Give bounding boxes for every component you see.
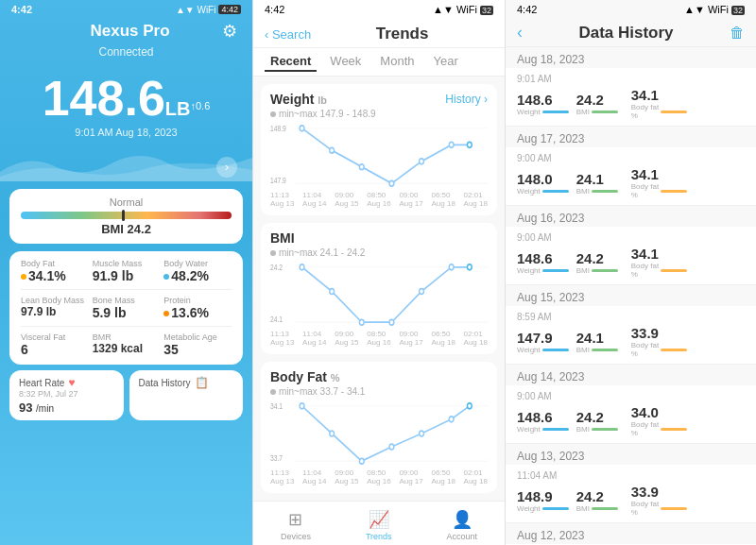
- metrics-card: Body Fat 34.1% Muscle Mass 91.9 lb Body …: [9, 251, 243, 365]
- bmi-chart-title: BMI: [270, 230, 295, 246]
- weight-value: 148.6: [43, 71, 165, 126]
- svg-text:148.9: 148.9: [270, 125, 286, 134]
- history-content: Aug 18, 2023 9:01 AM 148.6 Weight 24.2 B…: [506, 47, 756, 545]
- metric-bmr: BMR 1329 kcal: [93, 332, 161, 357]
- svg-text:34.1: 34.1: [270, 402, 283, 412]
- status-bar-1: 4:42 ▲▼ WiFi 4:42: [0, 0, 252, 19]
- date-aug13: Aug 13, 2023: [506, 444, 756, 465]
- status-icons-2: ▲▼ WiFi 32: [433, 4, 493, 15]
- metric-body-water: Body Water 48.2%: [163, 259, 232, 283]
- svg-point-28: [359, 458, 364, 464]
- svg-point-29: [389, 444, 394, 450]
- heart-rate-value: 93 /min: [19, 400, 114, 415]
- metrics-grid: Body Fat 34.1% Muscle Mass 91.9 lb Body …: [21, 259, 232, 357]
- metric-protein: Protein 13.6%: [163, 296, 232, 320]
- trends-panel: 4:42 ▲▼ WiFi 32 ‹ Search Trends Recent W…: [252, 0, 505, 545]
- data-history-panel: 4:42 ▲▼ WiFi 32 ‹ Data History 🗑 Aug 18,…: [505, 0, 756, 545]
- tab-month[interactable]: Month: [374, 52, 420, 72]
- nav-devices-label: Devices: [281, 532, 311, 541]
- time-2: 4:42: [265, 4, 284, 15]
- body-fat-chart-area: 34.1 33.7: [270, 400, 488, 467]
- weight-metric: 148.6 Weight: [517, 92, 569, 116]
- bmi-metric: 24.2 BMI: [576, 92, 624, 116]
- date-aug12: Aug 12, 2023: [506, 523, 756, 544]
- svg-point-32: [467, 403, 472, 409]
- svg-point-27: [330, 431, 335, 436]
- record-aug17-1[interactable]: 9:00 AM 148.0Weight 24.1BMI 34.1Body fat…: [506, 147, 756, 206]
- heart-rate-card[interactable]: Heart Rate ♥ 8:32 PM, Jul 27 93 /min: [9, 370, 124, 420]
- date-aug18: Aug 18, 2023: [506, 47, 756, 68]
- wave-area: ›: [0, 144, 252, 181]
- bmi-card: Normal BMI 24.2: [9, 189, 243, 244]
- history-icon: 📋: [195, 376, 209, 389]
- devices-icon: ⊞: [288, 509, 302, 530]
- svg-point-18: [389, 319, 394, 325]
- bmi-chart-area: 24.2 24.1: [270, 262, 488, 328]
- metric-muscle-mass: Muscle Mass 91.9 lb: [93, 259, 161, 283]
- bottom-cards: Heart Rate ♥ 8:32 PM, Jul 27 93 /min Dat…: [9, 370, 243, 420]
- svg-point-31: [449, 417, 454, 422]
- metric-metabolic-age: Metabolic Age 35: [163, 332, 232, 357]
- weight-chart-labels: 11:13Aug 13 11:04Aug 14 09:00Aug 15 08:5…: [270, 191, 488, 208]
- record-aug13-1[interactable]: 11:04 AM 148.9Weight 24.2BMI 33.9Body fa…: [506, 465, 756, 523]
- bottom-nav: ⊞ Devices 📈 Trends 👤 Account: [253, 501, 505, 545]
- svg-text:147.9: 147.9: [270, 177, 286, 186]
- svg-text:24.2: 24.2: [270, 264, 283, 273]
- record-aug15-1[interactable]: 8:59 AM 147.9Weight 24.1BMI 33.9Body fat…: [506, 306, 756, 365]
- weight-delta: ↑0.6: [191, 100, 211, 111]
- settings-button[interactable]: ⚙: [222, 21, 237, 42]
- nav-trends[interactable]: 📈 Trends: [366, 509, 392, 541]
- weight-chart-range: min~max 147.9 - 148.9: [270, 109, 488, 119]
- device-panel: 4:42 ▲▼ WiFi 4:42 Nexus Pro ⚙ Connected …: [0, 0, 252, 545]
- time-3: 4:42: [517, 4, 537, 15]
- device-title: Nexus Pro: [38, 22, 222, 41]
- status-icons-3: ▲▼ WiFi 32: [684, 4, 745, 15]
- heart-rate-time: 8:32 PM, Jul 27: [19, 389, 114, 399]
- svg-point-4: [300, 126, 304, 131]
- svg-point-21: [467, 264, 472, 270]
- svg-text:33.7: 33.7: [270, 454, 283, 464]
- body-fat-chart-title: Body Fat %: [270, 369, 340, 384]
- device-header: Nexus Pro ⚙: [0, 19, 252, 45]
- bmi-value: BMI 24.2: [21, 222, 232, 236]
- search-back-button[interactable]: ‹ Search: [265, 27, 311, 42]
- svg-point-9: [449, 142, 454, 147]
- delete-button[interactable]: 🗑: [730, 25, 745, 42]
- svg-text:24.1: 24.1: [270, 315, 283, 325]
- time-1: 4:42: [11, 4, 32, 15]
- nav-devices[interactable]: ⊞ Devices: [281, 509, 311, 541]
- record-aug18-1[interactable]: 9:01 AM 148.6 Weight 24.2 BMI 34.1 Body …: [506, 68, 756, 127]
- data-history-card[interactable]: Data History 📋: [129, 370, 244, 420]
- record-aug16-1[interactable]: 9:00 AM 148.6Weight 24.2BMI 34.1Body fat…: [506, 227, 756, 285]
- svg-point-26: [300, 403, 304, 409]
- tab-year[interactable]: Year: [428, 52, 464, 72]
- status-icons-1: ▲▼ WiFi 4:42: [176, 5, 241, 15]
- nav-trends-label: Trends: [366, 532, 392, 541]
- svg-point-10: [467, 142, 472, 147]
- body-fat-chart-range: min~max 33.7 - 34.1: [270, 386, 488, 397]
- body-fat-chart-section: Body Fat % min~max 33.7 - 34.1 34.1 33.7: [261, 362, 497, 493]
- tab-week[interactable]: Week: [324, 52, 367, 72]
- heart-icon: ♥: [68, 376, 75, 389]
- trends-content: Weight lb History › min~max 147.9 - 148.…: [253, 77, 505, 501]
- history-nav: ‹ Data History 🗑: [506, 19, 756, 47]
- metric-body-fat: Body Fat 34.1%: [21, 259, 89, 283]
- bmi-chart-section: BMI min~max 24.1 - 24.2 24.2 24.1: [261, 223, 497, 354]
- weight-time: 9:01 AM Aug 18, 2023: [0, 127, 252, 138]
- svg-point-17: [359, 319, 364, 325]
- wave-button[interactable]: ›: [216, 157, 237, 178]
- date-aug14: Aug 14, 2023: [506, 365, 756, 385]
- nav-account[interactable]: 👤 Account: [447, 509, 478, 541]
- weight-chart-title: Weight lb: [270, 92, 327, 107]
- account-icon: 👤: [452, 509, 472, 530]
- svg-point-15: [300, 264, 304, 270]
- record-aug14-1[interactable]: 9:00 AM 148.6Weight 24.2BMI 34.0Body fat…: [506, 385, 756, 444]
- trends-nav: ‹ Search Trends: [253, 19, 505, 48]
- weight-chart-area: 148.9 147.9: [270, 123, 488, 189]
- connected-label: Connected: [0, 45, 252, 59]
- weight-history-link[interactable]: History ›: [445, 93, 488, 106]
- svg-point-30: [420, 431, 424, 436]
- tab-recent[interactable]: Recent: [265, 52, 317, 72]
- bmi-chart-labels: 11:13Aug 13 11:04Aug 14 09:00Aug 15 08:5…: [270, 330, 488, 347]
- weight-chart-unit: lb: [318, 94, 327, 106]
